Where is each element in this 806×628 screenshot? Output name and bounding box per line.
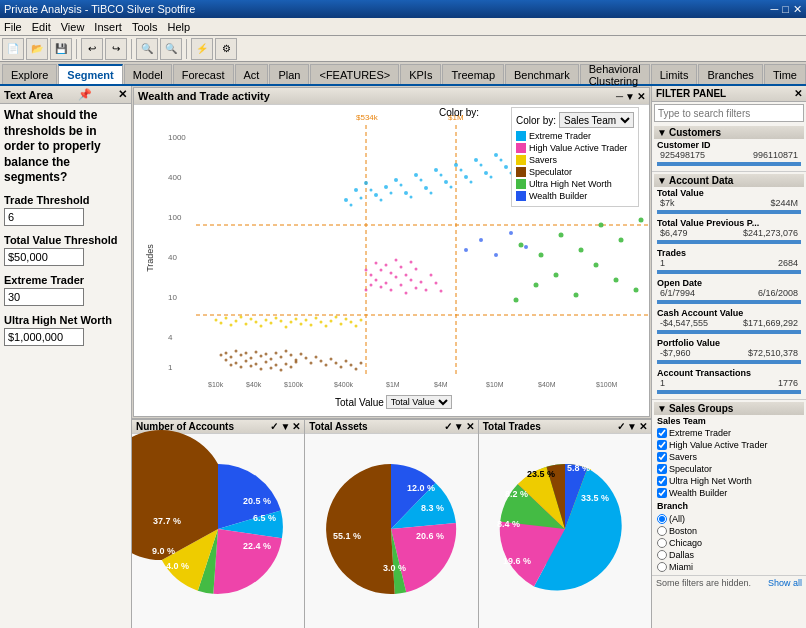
x-axis-select[interactable]: Total Value [386,395,452,409]
tab-segment[interactable]: Segment [58,64,122,84]
chart1-check[interactable]: ✓ [270,421,278,432]
checkbox-ultra-high[interactable]: Ultra High Net Worth [654,475,804,487]
checkbox-branch-dallas[interactable]: Dallas [654,549,804,561]
menu-insert[interactable]: Insert [94,21,122,33]
svg-point-17 [230,364,233,367]
tab-features[interactable]: <FEATURES> [310,64,399,84]
trades-slider[interactable] [657,270,801,274]
radio-miami[interactable] [657,562,667,572]
svg-point-148 [360,197,363,200]
maximize-button[interactable]: □ [782,3,789,16]
checkbox-branch-chicago[interactable]: Chicago [654,537,804,549]
chart-minimize[interactable]: ─ [616,91,623,102]
tab-time[interactable]: Time [764,64,806,84]
cb-speculator[interactable] [657,464,667,474]
checkbox-branch-miami[interactable]: Miami [654,561,804,573]
open-date-slider[interactable] [657,300,801,304]
svg-point-90 [365,289,368,292]
tab-behavioral[interactable]: Behavioral Clustering [580,64,650,84]
svg-point-168 [574,293,579,298]
cb-wealth[interactable] [657,488,667,498]
tab-plan[interactable]: Plan [269,64,309,84]
tab-kpis[interactable]: KPIs [400,64,441,84]
chart2-close[interactable]: ✕ [466,421,474,432]
menu-file[interactable]: File [4,21,22,33]
checkbox-savers[interactable]: Savers [654,451,804,463]
toolbar-save[interactable]: 💾 [50,38,72,60]
toolbar-open[interactable]: 📂 [26,38,48,60]
toolbar-redo[interactable]: ↪ [105,38,127,60]
extreme-trader-input[interactable] [4,288,84,306]
checkbox-extreme-trader[interactable]: Extreme Trader [654,427,804,439]
menu-edit[interactable]: Edit [32,21,51,33]
chart2-check[interactable]: ✓ [444,421,452,432]
toolbar-new[interactable]: 📄 [2,38,24,60]
radio-boston[interactable] [657,526,667,536]
tab-limits[interactable]: Limits [651,64,698,84]
customer-id-slider[interactable] [657,162,801,166]
filter-search-input[interactable] [654,104,804,122]
checkbox-high-value[interactable]: High Value Active Trader [654,439,804,451]
toolbar-zoom-out[interactable]: 🔍 [160,38,182,60]
chart3-close[interactable]: ✕ [639,421,647,432]
chart1-min[interactable]: ▼ [280,421,290,432]
radio-dallas[interactable] [657,550,667,560]
menu-tools[interactable]: Tools [132,21,158,33]
close-button[interactable]: ✕ [793,3,802,16]
text-area-pin[interactable]: 📌 [78,88,92,101]
minimize-button[interactable]: ─ [771,3,779,16]
trade-threshold-input[interactable] [4,208,84,226]
total-value-prev-slider[interactable] [657,240,801,244]
cash-account-slider[interactable] [657,330,801,334]
portfolio-slider[interactable] [657,360,801,364]
chart3-check[interactable]: ✓ [617,421,625,432]
svg-point-66 [245,323,248,326]
cb-savers[interactable] [657,452,667,462]
tab-treemap[interactable]: Treemap [442,64,504,84]
cb-high[interactable] [657,440,667,450]
checkbox-wealth-builder[interactable]: Wealth Builder [654,487,804,499]
tab-forecast[interactable]: Forecast [173,64,234,84]
customers-header[interactable]: ▼ Customers [654,126,804,139]
total-value-threshold-input[interactable] [4,248,84,266]
chart2-min[interactable]: ▼ [454,421,464,432]
tab-act[interactable]: Act [235,64,269,84]
toolbar-undo[interactable]: ↩ [81,38,103,60]
chart-expand[interactable]: ▼ [625,91,635,102]
svg-point-71 [270,322,273,325]
radio-all[interactable] [657,514,667,524]
customer-id-max: 996110871 [753,150,798,160]
chart3-min[interactable]: ▼ [627,421,637,432]
svg-point-175 [579,248,584,253]
ultra-high-input[interactable] [4,328,84,346]
portfolio-min: -$7,960 [660,348,691,358]
radio-chicago[interactable] [657,538,667,548]
cb-ultra[interactable] [657,476,667,486]
tab-explore[interactable]: Explore [2,64,57,84]
chart1-close[interactable]: ✕ [292,421,300,432]
toolbar-settings[interactable]: ⚙ [215,38,237,60]
total-value-slider[interactable] [657,210,801,214]
account-trans-slider[interactable] [657,390,801,394]
tab-branches[interactable]: Branches [698,64,762,84]
filter-panel-close[interactable]: ✕ [794,88,802,99]
sales-groups-header[interactable]: ▼ Sales Groups [654,402,804,415]
menu-help[interactable]: Help [168,21,191,33]
tab-benchmark[interactable]: Benchmark [505,64,579,84]
total-value-filter-label: Total Value [657,188,801,198]
chart-close[interactable]: ✕ [637,91,645,102]
color-by-select[interactable]: Sales Team [559,112,634,128]
svg-point-118 [354,188,358,192]
text-area-close[interactable]: ✕ [118,88,127,101]
account-data-header[interactable]: ▼ Account Data [654,174,804,187]
checkbox-branch-boston[interactable]: Boston [654,525,804,537]
toolbar-zoom-in[interactable]: 🔍 [136,38,158,60]
checkbox-branch-all[interactable]: (All) [654,513,804,525]
cb-extreme[interactable] [657,428,667,438]
menu-view[interactable]: View [61,21,85,33]
checkbox-speculator[interactable]: Speculator [654,463,804,475]
svg-point-112 [395,259,398,262]
show-all-button[interactable]: Show all [768,578,802,588]
toolbar-filter[interactable]: ⚡ [191,38,213,60]
tab-model[interactable]: Model [124,64,172,84]
